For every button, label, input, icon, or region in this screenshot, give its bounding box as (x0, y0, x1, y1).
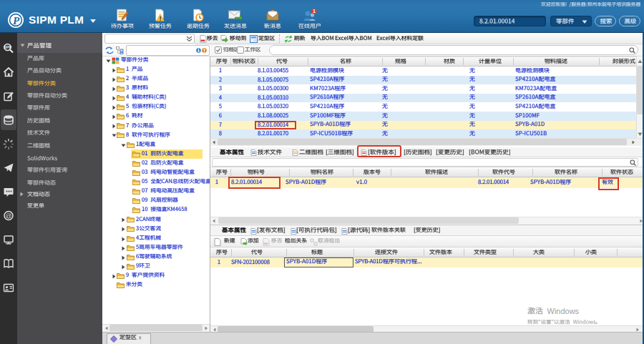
svg-text:@: @ (5, 212, 11, 220)
svg-text:SIPM: SIPM (4, 46, 11, 49)
svg-text:P: P (13, 15, 20, 26)
svg-text:1: 1 (313, 9, 316, 14)
